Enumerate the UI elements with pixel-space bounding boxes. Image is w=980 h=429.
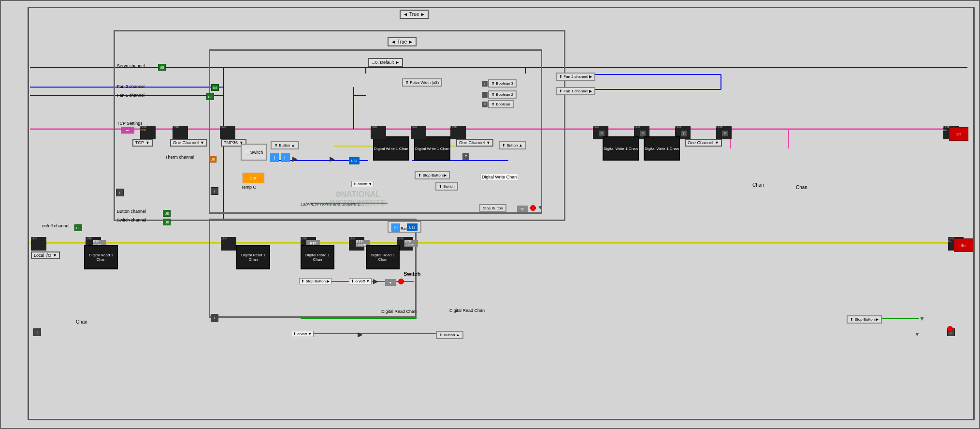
default-arrow: ►: [395, 60, 400, 65]
f-label-1: F: [462, 153, 469, 160]
chan-label-bottom-1: Chan: [76, 319, 87, 325]
line-block-2: LINE: [220, 126, 235, 139]
digital-write-1chan-block-4: Digital Write 1 Chan: [644, 136, 680, 161]
loop-term-4: i: [33, 328, 41, 336]
onoff-bottom-outer[interactable]: ⬆ on/off ▼: [291, 331, 314, 337]
pulse-width-block: ⬆ Pulse Width (uS): [402, 78, 442, 87]
line-block-tcp: LINE TCP: [140, 126, 156, 139]
fan2-channel-right: ⬆ Fan 2 channel ▶: [556, 73, 595, 81]
f-label-r2: F: [640, 131, 646, 136]
error-block-top: Err: [949, 127, 968, 141]
red-dot-1: [530, 205, 536, 211]
one-channel-dropdown-1[interactable]: One Channel ▼: [170, 139, 207, 147]
stop-button-inner[interactable]: ⬆ Stop Button ▶: [415, 171, 450, 179]
fan1-channel-label: Fan 1 channel: [117, 93, 144, 98]
red-dot-bottom: [947, 326, 953, 332]
line-block-1: LINE: [173, 126, 188, 139]
digital-write-chan-label: Digital Write Chan: [480, 174, 518, 180]
f-label-bool1: F: [482, 102, 488, 107]
fan2-channel-terminal: U8: [211, 84, 219, 91]
boolean3-block: ⬆ Boolean 3: [488, 79, 517, 88]
loop-term-2: i: [211, 187, 218, 195]
true-selector-right-arrow: ►: [420, 12, 425, 17]
compare-node-1: T: [270, 153, 279, 162]
arrow-right-1: ▶: [292, 155, 298, 163]
onoff-channel-term: U8: [74, 224, 82, 231]
fan1-channel-terminal: U8: [206, 93, 214, 100]
boolean2-block: ⬆ Boolean 2: [488, 90, 517, 99]
therm-channel-terminal: U8: [209, 156, 216, 163]
line-block-5: LINE: [450, 126, 466, 139]
digital-read-1chan-block-4: Digital Read 1 Chan: [366, 245, 400, 269]
stop-button-outer[interactable]: Stop Button: [479, 204, 506, 212]
digital-write-1chan-block-1: Digital Write 1 Chan: [373, 136, 409, 161]
chan-label-1: Chan: [752, 182, 764, 188]
one-channel-dropdown-2[interactable]: One Channel ▼: [456, 139, 493, 147]
default-selector[interactable]: ...0, Default ►: [368, 58, 403, 67]
fan2-channel-label: Fan 2 channel: [117, 84, 144, 89]
arrow-bottom-1: ▶: [373, 277, 378, 285]
v-arrow-bottom: ▼: [919, 315, 925, 322]
button-block-2[interactable]: ⬆ Button ▲: [499, 141, 526, 149]
digital-read-1chan-block-1: Digital Read 1 Chan: [84, 245, 118, 269]
button-channel-label: Button channel: [117, 209, 146, 214]
true-selector-arrow: ◄: [403, 12, 408, 17]
switch-channel-label: Switch channel: [117, 218, 146, 222]
digital-read-1chan-block-3: Digital Read 1 Chan: [301, 245, 334, 269]
servo-channel-terminal: U8: [158, 64, 166, 71]
t-label-r1: T: [681, 131, 687, 136]
button-block-inner[interactable]: ⬆ Button ▲: [271, 141, 299, 149]
error-block-bottom: Err: [954, 238, 973, 252]
switch-block[interactable]: ⬜ Switch: [241, 144, 267, 161]
local-io-dropdown[interactable]: Local I/O ▼: [31, 251, 60, 259]
onoff-channel-label: on/off channel: [42, 223, 69, 228]
rtf-button-label: RTF Button: [404, 240, 418, 247]
onoff-block-inner[interactable]: ⬆ on/off ▼: [351, 181, 374, 187]
line-block-b3: LINE: [221, 237, 236, 251]
v-bottom-frame: ▼: [385, 279, 396, 286]
f-label-r1: F: [599, 131, 605, 136]
therm-channel-label: Therm channel: [165, 155, 194, 160]
v-arrow-bottom-2: ▼: [914, 331, 920, 338]
servo-channel-label: Servo channel: [117, 63, 145, 68]
chan-label-2: Chan: [796, 185, 807, 190]
labview-label: LabVIEW Home and Student E...: [301, 202, 364, 207]
dbl-block: DBL: [243, 173, 264, 183]
tf-label-stop: TF: [517, 206, 528, 212]
digital-read-chan-label-2: Digital Read Chan: [449, 308, 485, 313]
stop-button-bottom-outer[interactable]: ⬆ Stop Button ▶: [847, 315, 882, 324]
arrow-bottom-outer: ▶: [358, 330, 363, 338]
true-selector-top[interactable]: ◄ True ►: [400, 10, 429, 19]
true-inner-right-arrow: ►: [408, 39, 413, 44]
boolean-block: ⬆ Boolean: [488, 100, 514, 108]
button-bottom-outer[interactable]: ⬆ Button ▲: [436, 331, 463, 339]
line-block-b1: LINE: [31, 237, 46, 251]
temp-c-label: Temp C: [241, 185, 256, 190]
switch-text-detected: Switch: [404, 271, 420, 277]
v-arrow-1: ▼: [537, 204, 543, 211]
one-channel-dropdown-right[interactable]: One Channel ▼: [685, 139, 722, 147]
digital-write-1chan-block-3: Digital Write 1 Chan: [603, 136, 639, 161]
true-inner-arrow: ◄: [391, 39, 396, 44]
loop-term-1: i: [116, 189, 124, 196]
arrow-right-2: ▶: [330, 155, 335, 163]
red-dot-2: [398, 279, 404, 284]
u32-block-bottom: U32: [407, 223, 418, 231]
tcp-dropdown[interactable]: TCP ▼: [132, 139, 153, 147]
switch-channel-term: U8: [163, 219, 171, 225]
stop-button-bottom-frame[interactable]: ⬆ Stop Button ▶: [299, 278, 331, 284]
button-channel-term: U8: [163, 210, 171, 217]
digital-write-1chan-block-2: Digital Write 1 Chan: [414, 136, 450, 161]
t-label-bool3: T: [482, 81, 488, 87]
switch-block-inner[interactable]: ⬆ Switch: [435, 182, 458, 191]
compare-node-2: F: [281, 153, 290, 162]
fan1-channel-right: ⬆ Fan 1 channel ▶: [556, 87, 595, 95]
main-canvas: ◄ True ► ◄ True ► ...0, Default ► Servo …: [0, 0, 980, 429]
line-block-3: LINE: [371, 126, 386, 139]
switch-icon: ⬜: [245, 150, 250, 155]
tcp-settings-terminal: •••: [121, 127, 134, 133]
onoff-bottom-frame[interactable]: ⬆ on/off ▼: [349, 278, 372, 284]
tcp-settings-label: TCP Settings: [117, 121, 143, 126]
u32-block: U32: [349, 157, 360, 164]
true-selector-inner[interactable]: ◄ True ►: [388, 37, 417, 46]
